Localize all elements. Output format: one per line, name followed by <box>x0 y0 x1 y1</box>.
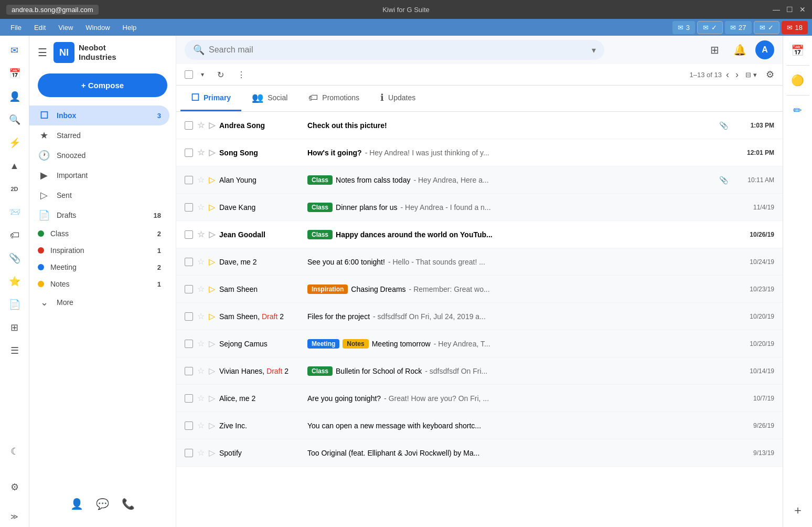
nav-inbox[interactable]: ☐ Inbox 3 <box>29 106 169 125</box>
select-dropdown-btn[interactable]: ▾ <box>197 66 208 83</box>
email-checkbox[interactable] <box>185 340 193 348</box>
view-options-button[interactable]: ⊟ ▾ <box>743 66 760 83</box>
email-checkbox[interactable] <box>185 449 193 457</box>
forward-icon[interactable]: ▷ <box>209 393 215 403</box>
nav-class[interactable]: Class 2 <box>29 225 169 242</box>
nav-snoozed[interactable]: 🕐 Snoozed <box>29 145 169 165</box>
menu-file[interactable]: File <box>4 22 28 34</box>
email-row[interactable]: ☆ ▷ Song Song How's it going? - Hey Andr… <box>176 139 783 166</box>
search-input[interactable] <box>209 45 587 55</box>
more-options-button[interactable]: ⋮ <box>233 66 250 83</box>
forward-icon[interactable]: ▷ <box>209 257 215 267</box>
tab-primary[interactable]: ☐ Primary <box>180 86 241 111</box>
account-label[interactable]: andrea.b.song@gmail.com <box>6 5 99 15</box>
menu-help[interactable]: Help <box>116 22 143 34</box>
menu-view[interactable]: View <box>52 22 79 34</box>
rail-filter-icon[interactable]: ⚡ <box>4 132 25 153</box>
email-row[interactable]: ☆ ▷ Jean Goodall Class Happy dances arou… <box>176 221 783 248</box>
nav-drafts[interactable]: 📄 Drafts 18 <box>29 205 169 225</box>
tab-updates[interactable]: ℹ Updates <box>370 86 426 111</box>
email-checkbox[interactable] <box>185 285 193 293</box>
email-checkbox[interactable] <box>185 421 193 430</box>
star-icon[interactable]: ☆ <box>197 311 205 321</box>
star-icon[interactable]: ☆ <box>197 448 205 458</box>
right-tasks-icon[interactable]: 🟡 <box>787 70 808 91</box>
rail-moon-icon[interactable]: ☾ <box>4 441 25 462</box>
maximize-button[interactable]: ☐ <box>786 5 793 14</box>
rail-star-icon[interactable]: ⭐ <box>4 271 25 292</box>
badge-account5[interactable]: ✉ 18 <box>782 21 808 34</box>
menu-edit[interactable]: Edit <box>28 22 52 34</box>
add-contact-icon[interactable]: 👤 <box>70 498 83 510</box>
search-dropdown-icon[interactable]: ▾ <box>592 45 596 55</box>
email-checkbox[interactable] <box>185 367 193 375</box>
next-page-button[interactable]: › <box>733 67 741 82</box>
nav-meeting[interactable]: Meeting 2 <box>29 259 169 276</box>
email-row[interactable]: ☆ ▷ Alan Young Class Notes from calss to… <box>176 166 783 194</box>
rail-chevron-icon[interactable]: ≫ <box>4 506 25 527</box>
notifications-icon[interactable]: 🔔 <box>730 40 749 59</box>
forward-icon[interactable]: ▷ <box>209 339 215 349</box>
rail-list-icon[interactable]: ☰ <box>4 340 25 361</box>
email-row[interactable]: ☆ ▷ Vivian Hanes, Draft 2 Class Bulletin… <box>176 357 783 385</box>
badge-account3[interactable]: ✉ 27 <box>725 21 751 34</box>
email-row[interactable]: ☆ ▷ Sam Sheen Inspiration Chasing Dreams… <box>176 276 783 303</box>
email-row[interactable]: ☆ ▷ Zive Inc. You can open a new message… <box>176 412 783 439</box>
star-icon[interactable]: ☆ <box>197 284 205 294</box>
phone-icon[interactable]: 📞 <box>122 498 135 510</box>
star-icon[interactable]: ☆ <box>197 257 205 267</box>
prev-page-button[interactable]: ‹ <box>724 67 731 82</box>
rail-tag-icon[interactable]: 🏷 <box>4 225 25 246</box>
right-add-button[interactable]: ＋ <box>787 500 808 521</box>
user-avatar[interactable]: A <box>755 40 774 59</box>
email-checkbox[interactable] <box>185 394 193 403</box>
star-icon[interactable]: ☆ <box>197 339 205 349</box>
apps-icon[interactable]: ⊞ <box>705 40 724 59</box>
select-all-checkbox[interactable] <box>185 70 193 79</box>
email-row[interactable]: ☆ ▷ Alice, me 2 Are you going tonight? -… <box>176 385 783 412</box>
star-icon[interactable]: ☆ <box>197 175 205 185</box>
right-edit-icon[interactable]: ✏ <box>787 100 808 121</box>
nav-sent[interactable]: ▷ Sent <box>29 185 169 205</box>
minimize-button[interactable]: — <box>773 5 780 14</box>
forward-icon[interactable]: ▷ <box>209 366 215 376</box>
nav-notes[interactable]: Notes 1 <box>29 276 169 292</box>
chat-icon[interactable]: 💬 <box>96 498 109 510</box>
tab-promotions[interactable]: 🏷 Promotions <box>298 86 370 111</box>
rail-mail-icon[interactable]: ✉ <box>4 40 25 61</box>
star-icon[interactable]: ☆ <box>197 229 205 239</box>
email-checkbox[interactable] <box>185 203 193 212</box>
email-row[interactable]: ☆ ▷ Andrea Song Check out this picture! … <box>176 112 783 139</box>
nav-starred[interactable]: ★ Starred <box>29 125 169 145</box>
hamburger-menu[interactable]: ☰ <box>38 46 47 59</box>
forward-icon[interactable]: ▷ <box>209 147 215 157</box>
star-icon[interactable]: ☆ <box>197 420 205 430</box>
email-checkbox[interactable] <box>185 312 193 321</box>
email-row[interactable]: ☆ ▷ Dave, me 2 See you at 6:00 tonight! … <box>176 248 783 276</box>
forward-icon[interactable]: ▷ <box>209 448 215 458</box>
menu-window[interactable]: Window <box>79 22 116 34</box>
email-row[interactable]: ☆ ▷ Dave Kang Class Dinner plans for us … <box>176 194 783 221</box>
star-icon[interactable]: ☆ <box>197 202 205 212</box>
close-button[interactable]: ✕ <box>799 5 806 14</box>
star-icon[interactable]: ☆ <box>197 147 205 157</box>
forward-icon[interactable]: ▷ <box>209 311 215 321</box>
rail-2d-icon[interactable]: 2D <box>4 178 25 199</box>
refresh-button[interactable]: ↻ <box>212 66 229 83</box>
star-icon[interactable]: ☆ <box>197 366 205 376</box>
email-row[interactable]: ☆ ▷ Sejong Camus Meeting Notes Meeting t… <box>176 330 783 357</box>
forward-icon[interactable]: ▷ <box>209 120 215 130</box>
forward-icon[interactable]: ▷ <box>209 175 215 185</box>
rail-table-icon[interactable]: ⊞ <box>4 317 25 338</box>
rail-settings-icon[interactable]: ⚙ <box>4 477 25 498</box>
nav-important[interactable]: ▶ Important <box>29 165 169 185</box>
forward-icon[interactable]: ▷ <box>209 420 215 430</box>
forward-icon[interactable]: ▷ <box>209 284 215 294</box>
email-checkbox[interactable] <box>185 176 193 184</box>
email-checkbox[interactable] <box>185 258 193 266</box>
nav-more[interactable]: ⌄ More <box>29 292 169 312</box>
forward-icon[interactable]: ▷ <box>209 202 215 212</box>
tab-social[interactable]: 👥 Social <box>241 86 298 111</box>
settings-gear-button[interactable]: ⚙ <box>766 69 774 80</box>
star-icon[interactable]: ☆ <box>197 393 205 403</box>
